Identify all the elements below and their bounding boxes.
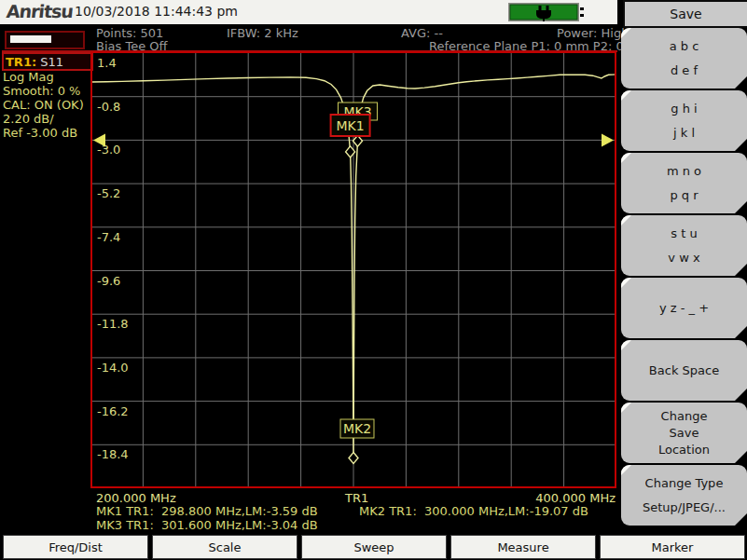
x-axis-end-label: 400.000 MHz [535,491,616,505]
marker1-readout: MK1 TR1: 298.800 MHz,LM:-3.59 dB [96,504,318,518]
marker-diamond-mk3[interactable] [353,135,363,146]
bottom-menu-freq-dist[interactable]: Freq/Dist [3,535,148,559]
cal-status-label: CAL: ON (OK) [3,98,84,112]
softkey-line: Change [661,409,708,423]
trace-format-label: Log Mag [3,70,54,84]
marker-label-mk2[interactable]: MK2 [340,419,374,438]
battery-ac-plug-icon [508,3,585,25]
marker3-readout: MK3 TR1: 301.600 MHz,LM:-3.04 dB [96,518,318,532]
softkey-line: d e f [671,63,698,77]
measurement-graph: 1.4-0.8-3.0-5.2-7.4-9.6-11.8-14.0-16.2-1… [90,51,616,488]
softkey-change-type[interactable]: Change TypeSetup/JPEG/... [621,465,747,526]
y-tick-label: -11.8 [97,317,129,331]
instrument-screen: Anritsu 10/03/2018 11:44:43 pm Save Poin… [0,0,747,560]
ref-level-label: Ref -3.00 dB [3,126,77,140]
marker2-readout: MK2 TR1: 300.000 MHz,LM:-19.07 dB [359,504,588,518]
smoothing-label: Smooth: 0 % [3,84,80,98]
anritsu-logo: Anritsu [6,1,74,21]
status-ifbw: IFBW: 2 kHz [227,26,298,40]
bottom-menu-sweep[interactable]: Sweep [301,535,447,559]
softkey-yz-symbols[interactable]: y z - _ + [621,278,747,338]
softkey-line: p q r [670,188,698,202]
softkey-abc-def[interactable]: a b cd e f [621,28,747,89]
softkey-back-space[interactable]: Back Space [621,340,747,401]
softkey-line: g h i [671,102,697,116]
status-points: Points: 501 [96,26,163,40]
softkey-line: Setup/JPEG/... [643,500,726,514]
softkey-change-save-location[interactable]: ChangeSaveLocation [621,403,747,463]
status-power: Power: High [557,26,629,40]
softkey-line: Save [670,426,699,440]
sweep-progress-fill [10,35,51,43]
ref-level-right-arrow-icon [602,133,614,146]
x-axis-trace-label: TR1 [345,491,368,505]
y-tick-label: -16.2 [97,404,129,418]
marker-label-mk1[interactable]: MK1 [331,115,370,136]
softkey-stu-vwx[interactable]: s t uv w x [621,215,747,276]
y-tick-label: -3.0 [97,143,120,157]
bottom-menu-marker[interactable]: Marker [600,535,745,559]
softkey-mno-pqr[interactable]: m n op q r [621,153,747,213]
softkey-line: s t u [671,226,697,240]
softkey-line: y z - _ + [659,301,709,315]
softkey-ghi-jkl[interactable]: g h ij k l [621,90,747,151]
marker-label-text: MK2 [343,421,371,436]
y-tick-label: 1.4 [97,56,117,70]
y-tick-label: -9.6 [97,274,120,288]
bottom-menu-measure[interactable]: Measure [450,535,596,559]
y-tick-label: -14.0 [97,361,129,375]
softkey-save[interactable]: Save [623,0,747,28]
x-axis-start-label: 200.000 MHz [96,491,176,505]
bottom-menu-scale[interactable]: Scale [152,535,297,559]
trace-param: S11 [36,55,63,69]
softkey-line: m n o [667,164,701,178]
softkey-line: Back Space [649,363,719,377]
sweep-progress-bar [5,31,85,49]
trace-label: TR1: [6,55,36,69]
y-tick-label: -0.8 [97,100,120,114]
y-tick-label: -18.4 [97,447,129,461]
y-tick-label: -7.4 [97,230,120,244]
trace-selector[interactable]: TR1: S11 [2,52,93,71]
softkey-line: Location [658,443,710,457]
marker-label-text: MK1 [337,118,365,133]
datetime-label: 10/03/2018 11:44:43 pm [75,4,238,19]
marker-diamond-mk2[interactable] [349,453,358,464]
softkey-line: a b c [670,39,699,53]
softkey-line: v w x [668,251,699,265]
status-avg: AVG: -- [401,26,443,40]
softkey-line: Change Type [645,476,724,490]
y-tick-label: -5.2 [97,186,120,200]
scale-per-div-label: 2.20 dB/ [3,112,54,126]
softkey-line: j k l [673,126,695,140]
